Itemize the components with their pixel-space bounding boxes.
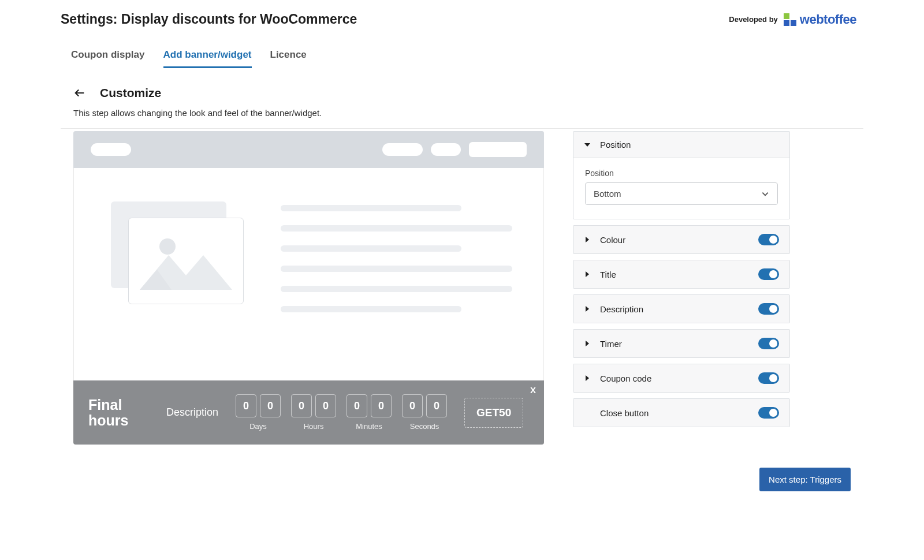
image-placeholder-icon bbox=[128, 218, 244, 304]
timer-digit: 0 bbox=[236, 394, 256, 417]
field-label-position: Position bbox=[585, 169, 778, 178]
page-title: Settings: Display discounts for WooComme… bbox=[61, 12, 357, 27]
toggle-title[interactable] bbox=[758, 268, 779, 280]
panel-timer: Timer bbox=[573, 329, 790, 358]
timer-label: Hours bbox=[304, 422, 324, 431]
preview-canvas bbox=[73, 168, 544, 380]
developed-by-label: Developed by bbox=[729, 15, 778, 24]
next-step-button[interactable]: Next step: Triggers bbox=[759, 468, 851, 491]
chevron-down-icon bbox=[584, 141, 591, 148]
panel-label: Title bbox=[600, 270, 616, 279]
toggle-description[interactable] bbox=[758, 303, 779, 315]
settings-sidebar: Position Position Bottom Colour bbox=[573, 131, 790, 445]
position-select-value: Bottom bbox=[594, 189, 621, 199]
panel-label: Colour bbox=[600, 235, 625, 245]
panel-colour: Colour bbox=[573, 225, 790, 254]
divider bbox=[61, 128, 863, 129]
chevron-right-icon bbox=[584, 271, 591, 278]
toggle-close-button[interactable] bbox=[758, 407, 779, 419]
panel-label: Timer bbox=[600, 339, 622, 349]
banner-coupon-code: GET50 bbox=[464, 398, 523, 428]
webtoffee-logo: webtoffee bbox=[784, 12, 856, 27]
panel-header-coupon-code[interactable]: Coupon code bbox=[573, 364, 789, 392]
timer-label: Minutes bbox=[356, 422, 382, 431]
chevron-down-icon bbox=[761, 190, 769, 198]
panel-description: Description bbox=[573, 294, 790, 323]
banner-title: Final hours bbox=[88, 397, 155, 428]
chevron-right-icon bbox=[584, 236, 591, 243]
panel-header-title[interactable]: Title bbox=[573, 260, 789, 288]
timer-digit: 0 bbox=[426, 394, 447, 417]
toggle-coupon-code[interactable] bbox=[758, 372, 779, 384]
back-arrow-icon[interactable] bbox=[73, 87, 86, 99]
brand-name: webtoffee bbox=[800, 12, 856, 27]
panel-label: Close button bbox=[600, 408, 649, 418]
panel-label: Coupon code bbox=[600, 374, 651, 383]
panel-title: Title bbox=[573, 260, 790, 289]
banner-timer: 00Days 00Hours 00Minutes 00Seconds bbox=[236, 394, 447, 431]
timer-digit: 0 bbox=[346, 394, 367, 417]
timer-digit: 0 bbox=[291, 394, 312, 417]
banner-description: Description bbox=[166, 406, 218, 419]
panel-coupon-code: Coupon code bbox=[573, 364, 790, 393]
developed-by: Developed by webtoffee bbox=[729, 12, 863, 27]
chevron-right-icon bbox=[584, 340, 591, 347]
preview-panel: Final hours Description 00Days 00Hours 0… bbox=[73, 131, 544, 445]
step-description: This step allows changing the look and f… bbox=[61, 108, 863, 118]
panel-close-button: Close button bbox=[573, 398, 790, 427]
chevron-right-icon bbox=[584, 375, 591, 382]
step-title: Customize bbox=[100, 86, 161, 100]
panel-header-timer[interactable]: Timer bbox=[573, 330, 789, 357]
toggle-timer[interactable] bbox=[758, 338, 779, 349]
svg-point-0 bbox=[159, 238, 176, 255]
timer-digit: 0 bbox=[260, 394, 281, 417]
toggle-colour[interactable] bbox=[758, 234, 779, 245]
timer-digit: 0 bbox=[402, 394, 423, 417]
panel-header-position[interactable]: Position bbox=[573, 132, 789, 158]
timer-digit: 0 bbox=[371, 394, 392, 417]
preview-browser-chrome bbox=[73, 131, 544, 168]
banner-close-button[interactable]: X bbox=[530, 385, 536, 395]
tab-licence[interactable]: Licence bbox=[270, 43, 307, 68]
panel-header-close-button[interactable]: Close button bbox=[573, 399, 789, 427]
banner-preview: Final hours Description 00Days 00Hours 0… bbox=[73, 380, 544, 445]
panel-label: Position bbox=[600, 140, 631, 150]
position-select[interactable]: Bottom bbox=[585, 182, 778, 205]
panel-header-colour[interactable]: Colour bbox=[573, 226, 789, 253]
timer-digit: 0 bbox=[315, 394, 336, 417]
tabs: Coupon display Add banner/widget Licence bbox=[61, 43, 863, 69]
panel-header-description[interactable]: Description bbox=[573, 295, 789, 323]
panel-position: Position Position Bottom bbox=[573, 131, 790, 219]
tab-add-banner-widget[interactable]: Add banner/widget bbox=[163, 43, 252, 68]
tab-coupon-display[interactable]: Coupon display bbox=[71, 43, 145, 68]
panel-label: Description bbox=[600, 304, 643, 314]
chevron-right-icon bbox=[584, 305, 591, 312]
timer-label: Days bbox=[249, 422, 267, 431]
timer-label: Seconds bbox=[410, 422, 439, 431]
